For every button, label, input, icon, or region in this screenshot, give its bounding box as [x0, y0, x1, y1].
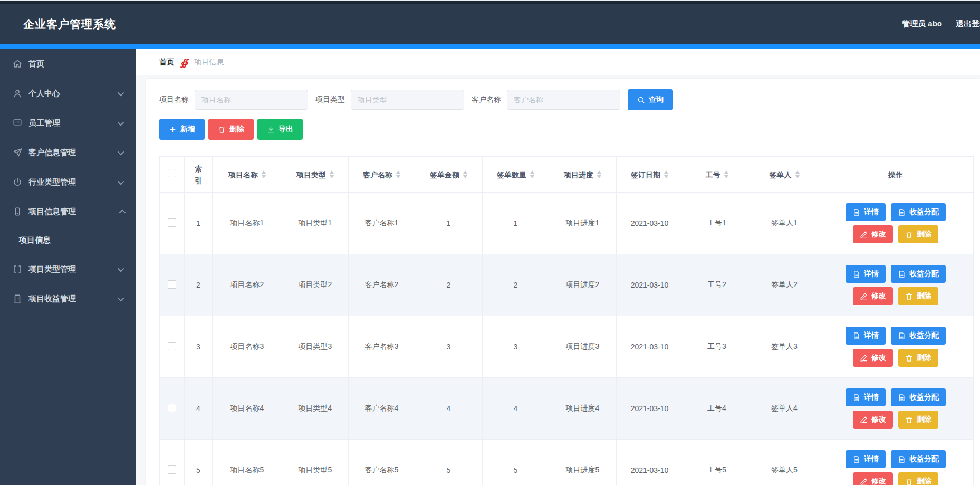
row-checkbox[interactable] [168, 218, 176, 227]
sort-caret[interactable] [330, 170, 334, 178]
detail-row-button[interactable]: 详情 [846, 203, 886, 221]
edit-icon [860, 231, 868, 239]
row-checkbox[interactable] [168, 404, 176, 412]
detail-row-button[interactable]: 详情 [846, 450, 886, 468]
profit-share-row-button[interactable]: 收益分配 [891, 327, 946, 345]
edit-row-button-label: 修改 [871, 477, 886, 485]
edit-row-button-label: 修改 [871, 291, 886, 301]
delete-row-button[interactable]: 删除 [898, 472, 938, 485]
column-header-customer[interactable]: 客户名称 [349, 157, 415, 193]
sidebar-item-project-info-management[interactable]: 项目信息管理 [0, 197, 136, 226]
delete-row-button[interactable]: 删除 [898, 225, 938, 243]
cell-worker: 工号4 [683, 378, 751, 440]
edit-row-button[interactable]: 修改 [853, 225, 893, 243]
column-header-date[interactable]: 签订日期 [617, 157, 683, 193]
breadcrumb-current: 项目信息 [194, 58, 224, 67]
filter-label-project-type: 项目类型 [315, 95, 345, 104]
delete-row-button[interactable]: 删除 [898, 411, 938, 429]
sidebar-item-project-profit-management[interactable]: 项目收益管理 [0, 284, 136, 313]
profit-share-row-button[interactable]: 收益分配 [891, 388, 946, 406]
sidebar-item-home[interactable]: 首页 [0, 49, 136, 79]
cell-signer: 签单人1 [751, 193, 818, 254]
detail-row-button[interactable]: 详情 [846, 265, 886, 283]
filter-group-project-name: 项目名称 [159, 90, 308, 110]
profit-share-row-button[interactable]: 收益分配 [891, 203, 946, 221]
project-name-input[interactable] [195, 90, 308, 110]
column-header-progress[interactable]: 项目进度 [549, 157, 617, 193]
profit-share-row-button[interactable]: 收益分配 [891, 265, 946, 283]
cell-date: 2021-03-10 [617, 316, 683, 378]
sidebar-item-industry-type-management[interactable]: 行业类型管理 [0, 167, 136, 197]
column-header-name[interactable]: 项目名称 [213, 157, 282, 193]
breadcrumb-home-link[interactable]: 首页 [159, 58, 174, 67]
column-header-amount[interactable]: 签单金额 [415, 157, 483, 193]
sidebar-item-project-type-management[interactable]: 项目类型管理 [0, 254, 136, 284]
project-table: 索引项目名称项目类型客户名称签单金额签单数量项目进度签订日期工号签单人操作 1项… [159, 156, 974, 485]
search-button[interactable]: 查询 [628, 89, 673, 110]
sidebar-item-customer-info-management[interactable]: 客户信息管理 [0, 138, 136, 167]
sidebar-item-label: 项目信息管理 [28, 207, 76, 217]
row-checkbox[interactable] [168, 280, 176, 289]
edit-row-button[interactable]: 修改 [853, 411, 893, 429]
table-body: 1项目名称1项目类型1客户名称111项目进度12021-03-10工号1签单人1… [160, 193, 974, 485]
logout-link[interactable]: 退出登录 [956, 19, 980, 29]
edit-icon [860, 354, 868, 362]
column-header-label: 签单人 [770, 169, 800, 180]
column-header-type[interactable]: 项目类型 [282, 157, 349, 193]
cell-type: 项目类型2 [282, 254, 349, 316]
table-row: 4项目名称4项目类型4客户名称444项目进度42021-03-10工号4签单人4… [160, 378, 974, 440]
detail-row-button[interactable]: 详情 [846, 388, 886, 406]
select-all-checkbox[interactable] [168, 169, 176, 177]
table-row: 5项目名称5项目类型5客户名称555项目进度52021-03-10工号5签单人5… [160, 440, 974, 485]
cell-progress: 项目进度1 [549, 193, 617, 254]
sort-caret[interactable] [396, 170, 400, 178]
admin-user-menu[interactable]: 管理员 abo [902, 19, 942, 29]
sort-caret[interactable] [724, 170, 728, 178]
cell-signer: 签单人3 [751, 316, 818, 378]
trash-icon [218, 126, 226, 134]
project-type-input[interactable] [351, 90, 464, 110]
cell-operations: 详情收益分配修改删除 [818, 316, 974, 378]
sort-caret[interactable] [597, 170, 601, 178]
export-button[interactable]: 导出 [257, 119, 303, 140]
edit-row-button[interactable]: 修改 [853, 349, 893, 367]
cell-quantity: 3 [483, 316, 549, 378]
row-checkbox-cell [160, 254, 185, 316]
customer-name-input[interactable] [507, 90, 620, 110]
add-button[interactable]: 新增 [159, 119, 205, 140]
edit-icon [860, 416, 868, 424]
edit-row-button[interactable]: 修改 [853, 472, 893, 485]
row-checkbox[interactable] [168, 342, 176, 350]
column-header-quantity[interactable]: 签单数量 [483, 157, 549, 193]
cell-quantity: 1 [483, 193, 549, 254]
sidebar-item-project-info[interactable]: 项目信息 [0, 226, 136, 254]
trash-icon [905, 354, 913, 362]
delete-row-button[interactable]: 删除 [898, 349, 938, 367]
profit-share-row-button[interactable]: 收益分配 [891, 450, 946, 468]
sidebar-item-personal-center[interactable]: 个人中心 [0, 79, 136, 108]
column-header-worker[interactable]: 工号 [683, 157, 751, 193]
sort-caret[interactable] [530, 170, 534, 178]
cell-type: 项目类型1 [282, 193, 349, 254]
sidebar-item-label: 项目收益管理 [28, 294, 76, 304]
cell-customer: 客户名称3 [349, 316, 415, 378]
search-icon [637, 96, 645, 104]
detail-row-button[interactable]: 详情 [846, 327, 886, 345]
trash-icon [905, 292, 913, 300]
chevron-down-icon [118, 265, 124, 272]
delete-button[interactable]: 删除 [208, 119, 254, 140]
sort-caret[interactable] [664, 170, 668, 178]
sort-caret[interactable] [463, 170, 467, 178]
delete-row-button[interactable]: 删除 [898, 287, 938, 305]
add-button-label: 新增 [180, 125, 195, 134]
row-checkbox[interactable] [168, 465, 176, 474]
column-header-signer[interactable]: 签单人 [751, 157, 818, 193]
table-row: 2项目名称2项目类型2客户名称222项目进度22021-03-10工号2签单人2… [160, 254, 974, 316]
sort-caret[interactable] [262, 170, 266, 178]
cell-customer: 客户名称1 [349, 193, 415, 254]
file-icon [898, 394, 906, 402]
sort-caret[interactable] [795, 170, 800, 178]
edit-row-button[interactable]: 修改 [853, 287, 893, 305]
sidebar-item-employee-management[interactable]: 员工管理 [0, 108, 136, 138]
file-icon [852, 455, 860, 463]
